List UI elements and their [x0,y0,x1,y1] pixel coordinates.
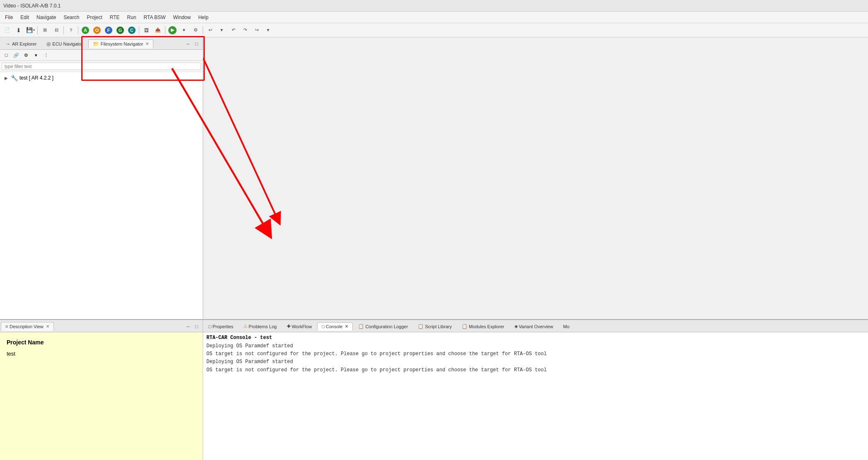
maximize-desc-button[interactable]: □ [193,323,200,330]
run-green-button[interactable]: ▶ [167,25,178,36]
script-library-icon: 📋 [418,324,424,329]
nav-forward-button[interactable]: ↪ [251,25,262,36]
view-dropdown-button[interactable]: ▾ [32,51,41,60]
tab-console-close[interactable]: ✕ [345,324,348,329]
view2-button[interactable]: ⊟ [51,25,62,36]
ar-explorer-icon: → [5,41,10,47]
menu-run[interactable]: Run [124,13,140,22]
tab-description-close[interactable]: ✕ [46,324,49,329]
menu-file[interactable]: File [2,13,16,22]
minimize-desc-button[interactable]: ─ [184,323,192,330]
tree-item-icon: 🔧 [11,75,18,81]
sep1 [37,26,38,34]
nav-undo-button[interactable]: ↶ [228,25,239,36]
tab-script-library-label: Script Library [425,324,452,329]
nav-dropdown1[interactable]: ▾ [216,25,227,36]
bottom-area: ⌗ Description View ✕ ─ □ Project Name te… [0,319,868,460]
tab-config-logger[interactable]: 📋 Configuration Logger [354,322,412,331]
sep2 [63,26,64,34]
console-panel: □ Properties ⚠ Problems Log ✚ WorkFlow □… [203,320,868,460]
main-layout: → AR Explorer ◎ ECU Navigator 📁 Filesyst… [0,37,868,460]
run-dropdown[interactable]: ▾ [179,25,189,36]
toolbar-extra[interactable]: ⚙ [190,25,201,36]
tab-script-library[interactable]: 📋 Script Library [413,322,456,331]
open-button[interactable]: ⬇ [13,25,24,36]
save-button[interactable]: 💾▾ [25,25,36,36]
minimize-panel-button[interactable]: ─ [184,40,192,48]
tab-filesystem-navigator[interactable]: 📁 Filesystem Navigator ✕ [88,39,154,48]
tab-filesystem-label: Filesystem Navigator [101,41,143,46]
top-area: → AR Explorer ◎ ECU Navigator 📁 Filesyst… [0,37,868,319]
tab-problems-log[interactable]: ⚠ Problems Log [239,322,281,331]
tab-variant-overview[interactable]: ◈ Variant Overview [510,322,558,331]
description-view-icon: ⌗ [5,324,8,329]
problems-icon: ⚠ [243,324,247,329]
config-logger-icon: 📋 [358,324,364,329]
maximize-panel-button[interactable]: □ [193,40,200,48]
tab-description-label: Description View [10,324,44,329]
grid-view-button[interactable]: ⊞ [39,25,50,36]
console-icon: □ [322,324,325,329]
menu-project[interactable]: Project [83,13,105,22]
panel-tabs: → AR Explorer ◎ ECU Navigator 📁 Filesyst… [0,37,203,50]
circle-green-button[interactable]: A [80,25,91,36]
tab-ar-explorer[interactable]: → AR Explorer [1,39,41,48]
tab-filesystem-close[interactable]: ✕ [145,41,149,46]
menu-search[interactable]: Search [60,13,82,22]
console-line-1: OS target is not configured for the proj… [206,350,865,358]
toolbar-btn-img2[interactable]: 📤 [153,25,163,36]
sep6 [203,26,203,34]
tab-more[interactable]: Mo [558,322,574,331]
description-view-header: ⌗ Description View ✕ ─ □ [0,320,203,332]
link-editor-button[interactable]: 🔗 [12,51,21,60]
variant-icon: ◈ [514,324,518,329]
new-button[interactable]: 📄 [2,25,12,36]
collapse-all-button[interactable]: □ [2,51,11,60]
console-line-2: Deploying OS Paramdef started [206,358,865,366]
desc-panel-controls: ─ □ [184,323,202,330]
filesystem-icon: 📁 [93,41,99,47]
bottom-tabs: □ Properties ⚠ Problems Log ✚ WorkFlow □… [203,320,868,332]
circle-dark-green-button[interactable]: G [115,25,126,36]
nav-redo-button[interactable]: ↷ [240,25,250,36]
properties-icon: □ [209,324,211,329]
sep3 [78,26,78,34]
panel-scroll-button[interactable]: ⋮ [41,51,51,60]
console-content: RTA-CAR Console - test Deploying OS Para… [203,332,868,460]
tab-workflow-label: WorkFlow [292,324,312,329]
circle-teal-button[interactable]: C [126,25,137,36]
view-menu-button[interactable]: ⚙ [22,51,31,60]
nav-back-button[interactable]: ↩ [205,25,216,36]
tab-more-label: Mo [563,324,569,329]
circle-blue-button[interactable]: F [103,25,114,36]
sep5 [165,26,165,34]
tab-description-view[interactable]: ⌗ Description View ✕ [1,322,54,331]
filter-input[interactable] [2,63,201,70]
menu-navigate[interactable]: Navigate [33,13,59,22]
menu-rta-bsw[interactable]: RTA BSW [141,13,169,22]
tree-area: ▶ 🔧 test [ AR 4.2.2 ] [0,72,203,319]
tab-modules-explorer[interactable]: 📋 Modules Explorer [457,322,509,331]
menu-rte[interactable]: RTE [107,13,123,22]
ecu-navigator-icon: ◎ [46,41,51,47]
tree-expand-icon[interactable]: ▶ [3,75,9,81]
workflow-icon: ✚ [287,324,291,329]
nav-dropdown2[interactable]: ▾ [263,25,274,36]
project-name-label: Project Name [7,339,196,346]
help-button[interactable]: ? [65,25,76,36]
title-bar: Video - ISOLAR-A/B 7.0.1 [0,0,868,12]
tab-ecu-navigator[interactable]: ◎ ECU Navigator [42,39,87,48]
filter-input-container [0,61,203,72]
tab-variant-label: Variant Overview [519,324,553,329]
left-panel: → AR Explorer ◎ ECU Navigator 📁 Filesyst… [0,37,203,319]
tree-item-test[interactable]: ▶ 🔧 test [ AR 4.2.2 ] [2,74,201,82]
console-line-3: OS target is not configured for the proj… [206,366,865,374]
menu-window[interactable]: Window [170,13,194,22]
tab-console[interactable]: □ Console ✕ [317,322,353,331]
circle-orange-button[interactable]: O [92,25,102,36]
menu-edit[interactable]: Edit [17,13,32,22]
tab-workflow[interactable]: ✚ WorkFlow [282,322,317,331]
toolbar-btn-img1[interactable]: 🖼 [141,25,152,36]
menu-help[interactable]: Help [195,13,212,22]
tab-properties[interactable]: □ Properties [204,322,238,331]
